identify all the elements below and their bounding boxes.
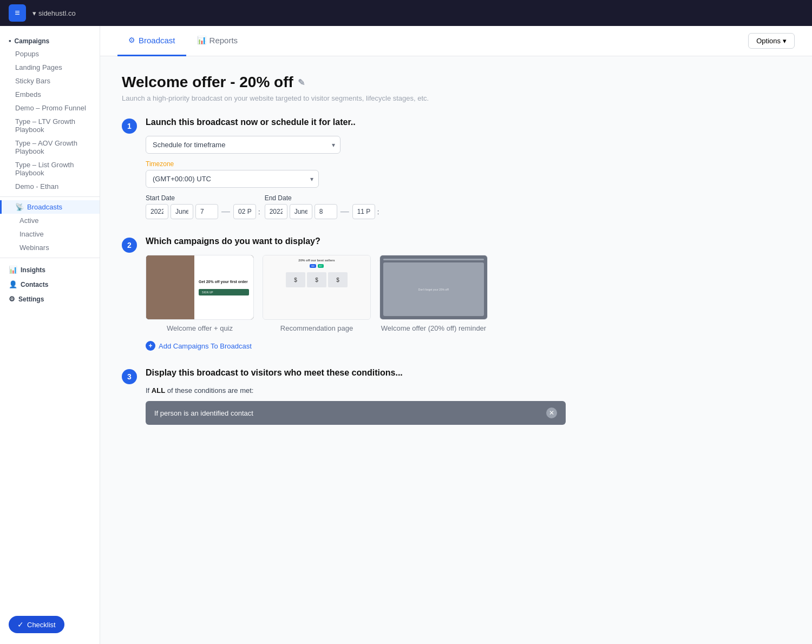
campaign-name-recommendation: Recommendation page bbox=[280, 324, 353, 332]
header-tabs: ⚙ Broadcast 📊 Reports Options ▾ bbox=[100, 26, 812, 56]
end-date-label: End Date bbox=[265, 194, 379, 202]
card1-title: Get 20% off your first order bbox=[199, 279, 249, 284]
card3-content: Don't forget your 20% off! bbox=[383, 262, 484, 316]
sidebar-item-type-list[interactable]: Type – List Growth Playbook bbox=[0, 158, 100, 180]
end-date-group: End Date 2022 June 8 bbox=[265, 194, 379, 219]
card2-product1: $ bbox=[286, 272, 305, 287]
end-time-select[interactable]: 11 PM bbox=[352, 204, 375, 219]
site-selector[interactable]: ▾ sidehustl.co bbox=[32, 9, 76, 17]
page-content: Welcome offer - 20% off ✎ Launch a high-… bbox=[100, 56, 587, 459]
settings-section-label[interactable]: ⚙ Settings bbox=[0, 291, 100, 305]
sidebar-item-webinars[interactable]: Webinars bbox=[0, 241, 100, 254]
sidebar-item-demo-ethan[interactable]: Demo - Ethan bbox=[0, 180, 100, 193]
main-content: ⚙ Broadcast 📊 Reports Options ▾ Welcome … bbox=[100, 26, 812, 644]
divider-broadcasts bbox=[0, 196, 100, 197]
card1-image bbox=[146, 255, 194, 319]
schedule-select[interactable]: Schedule for timeframe bbox=[146, 136, 340, 154]
card2-tag2: B7 bbox=[318, 264, 324, 268]
campaign-name-reminder: Welcome offer (20% off) reminder bbox=[381, 324, 486, 332]
campaign-thumb-recommendation: 20% off our best sellers M4 B7 $ $ $ bbox=[263, 255, 371, 320]
logo-icon[interactable]: ≡ bbox=[9, 4, 26, 22]
options-caret-icon: ▾ bbox=[783, 37, 787, 45]
tab-reports[interactable]: 📊 Reports bbox=[186, 26, 249, 56]
campaigns-section-label: ▪ Campaigns bbox=[0, 32, 100, 47]
page-subtitle: Launch a high-priority broadcast on your… bbox=[122, 94, 566, 102]
divider-insights bbox=[0, 258, 100, 258]
condition-all-text: ALL bbox=[152, 386, 165, 395]
card2-tag1: M4 bbox=[310, 264, 316, 268]
sidebar: ▪ Campaigns Popups Landing Pages Sticky … bbox=[0, 26, 100, 644]
step-2-number: 2 bbox=[122, 238, 137, 253]
campaign-card-welcome-quiz[interactable]: Get 20% off your first order SIGN UP Wel… bbox=[146, 255, 254, 332]
end-day-select[interactable]: 8 bbox=[315, 204, 337, 219]
end-year-select[interactable]: 2022 bbox=[265, 204, 287, 219]
end-month-select[interactable]: June bbox=[290, 204, 312, 219]
card3-text: Don't forget your 20% off! bbox=[418, 288, 449, 291]
start-year-select[interactable]: 2022 bbox=[146, 204, 168, 219]
start-dash: — bbox=[220, 207, 231, 216]
sidebar-item-landing-pages[interactable]: Landing Pages bbox=[0, 61, 100, 74]
schedule-select-wrapper: Schedule for timeframe bbox=[146, 136, 340, 154]
card2-products: $ $ $ bbox=[286, 272, 348, 287]
condition-remove-button[interactable]: ✕ bbox=[546, 408, 557, 418]
condition-row: If person is an identified contact ✕ bbox=[146, 401, 566, 425]
condition-text: If person is an identified contact bbox=[154, 409, 542, 417]
reports-tab-icon: 📊 bbox=[197, 36, 206, 44]
checklist-button[interactable]: ✓ Checklist bbox=[9, 616, 64, 633]
step-1-title: Launch this broadcast now or schedule it… bbox=[146, 117, 566, 127]
card1-btn: SIGN UP bbox=[199, 289, 249, 295]
sidebar-item-demo-promo[interactable]: Demo – Promo Funnel bbox=[0, 101, 100, 115]
end-time-colon: : bbox=[377, 208, 379, 216]
add-campaigns-icon: + bbox=[146, 341, 155, 351]
insights-section-label[interactable]: 📊 Insights bbox=[0, 261, 100, 276]
sidebar-item-sticky-bars[interactable]: Sticky Bars bbox=[0, 74, 100, 88]
options-button[interactable]: Options ▾ bbox=[748, 33, 795, 49]
step-3-number: 3 bbox=[122, 369, 137, 384]
card2-title: 20% off our best sellers bbox=[298, 259, 335, 262]
page-title: Welcome offer - 20% off ✎ bbox=[122, 74, 566, 91]
campaign-card-recommendation[interactable]: 20% off our best sellers M4 B7 $ $ $ bbox=[263, 255, 371, 332]
campaign-card-reminder[interactable]: Don't forget your 20% off! Welcome offer… bbox=[379, 255, 488, 332]
end-dash: — bbox=[339, 207, 350, 216]
condition-label: If ALL of these conditions are met: bbox=[146, 386, 566, 395]
contacts-section-label[interactable]: 👤 Contacts bbox=[0, 276, 100, 291]
topbar: ≡ ▾ sidehustl.co bbox=[0, 0, 812, 26]
campaigns-icon: ▪ bbox=[9, 37, 11, 45]
checklist-check-icon: ✓ bbox=[17, 620, 24, 629]
campaign-name-welcome-quiz: Welcome offer + quiz bbox=[167, 324, 233, 332]
start-month-select[interactable]: June bbox=[171, 204, 193, 219]
broadcasts-section-label[interactable]: 📡 Broadcasts bbox=[0, 200, 100, 214]
card2-product3: $ bbox=[328, 272, 348, 287]
tab-broadcast[interactable]: ⚙ Broadcast bbox=[117, 26, 186, 56]
step-2: 2 Which campaigns do you want to display… bbox=[122, 236, 566, 351]
edit-title-icon[interactable]: ✎ bbox=[298, 77, 305, 88]
contacts-icon: 👤 bbox=[9, 280, 17, 288]
broadcasts-icon: 📡 bbox=[15, 203, 24, 211]
timezone-select[interactable]: (GMT+00:00) UTC bbox=[146, 170, 319, 188]
start-time-select[interactable]: 02 PM bbox=[233, 204, 256, 219]
card2-product2: $ bbox=[307, 272, 326, 287]
sidebar-item-type-aov[interactable]: Type – AOV Growth Playbook bbox=[0, 136, 100, 158]
step-3: 3 Display this broadcast to visitors who… bbox=[122, 368, 566, 425]
campaign-thumb-reminder: Don't forget your 20% off! bbox=[379, 255, 488, 320]
add-campaigns-link[interactable]: + Add Campaigns To Broadcast bbox=[146, 341, 566, 351]
step-3-title: Display this broadcast to visitors who m… bbox=[146, 368, 566, 378]
start-day-select[interactable]: 7 bbox=[195, 204, 218, 219]
settings-icon: ⚙ bbox=[9, 295, 15, 303]
caret-icon: ▾ bbox=[32, 9, 36, 17]
sidebar-item-embeds[interactable]: Embeds bbox=[0, 88, 100, 101]
timezone-label: Timezone bbox=[146, 160, 566, 168]
broadcast-tab-icon: ⚙ bbox=[128, 36, 135, 44]
campaign-thumb-welcome-quiz: Get 20% off your first order SIGN UP bbox=[146, 255, 254, 320]
sidebar-item-type-ltv[interactable]: Type – LTV Growth Playbook bbox=[0, 115, 100, 136]
sidebar-item-inactive[interactable]: Inactive bbox=[0, 227, 100, 241]
sidebar-item-popups[interactable]: Popups bbox=[0, 47, 100, 61]
step-2-title: Which campaigns do you want to display? bbox=[146, 236, 566, 246]
sidebar-item-active[interactable]: Active bbox=[0, 214, 100, 227]
start-time-colon: : bbox=[258, 208, 260, 216]
card3-bar bbox=[383, 259, 484, 260]
card1-content: Get 20% off your first order SIGN UP bbox=[194, 255, 253, 319]
campaign-cards: Get 20% off your first order SIGN UP Wel… bbox=[146, 255, 566, 332]
site-name: sidehustl.co bbox=[38, 9, 76, 17]
start-date-label: Start Date bbox=[146, 194, 260, 202]
